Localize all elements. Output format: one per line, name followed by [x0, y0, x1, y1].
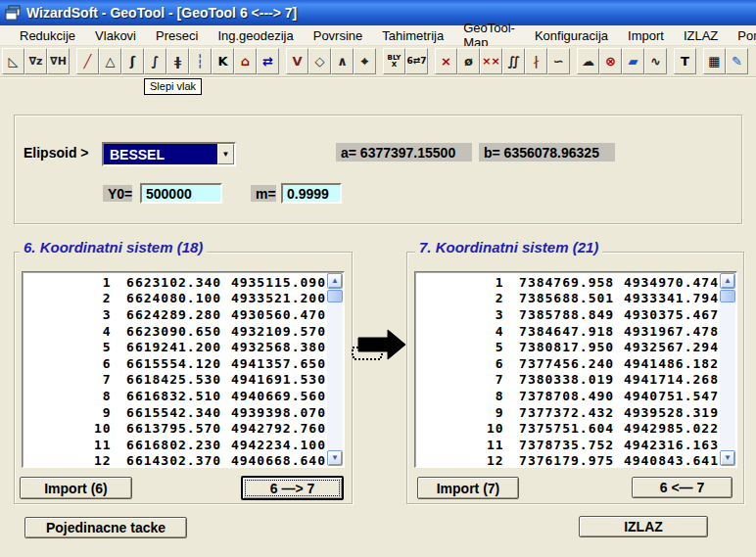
list-item[interactable]: 10 6613795.570 4942792.760	[23, 420, 326, 437]
scrollbar-up-icon[interactable]: ▲	[327, 273, 343, 289]
list-item[interactable]: 7 7380338.019 4941714.268	[415, 372, 719, 389]
transform-squares-icon[interactable]: ⇄	[257, 48, 279, 74]
zigzag-icon[interactable]: ∫	[144, 48, 166, 74]
point-y: 7378735.752	[504, 438, 615, 452]
k-box-icon[interactable]: K	[212, 48, 234, 74]
list-item[interactable]: 3 7385788.849 4930375.467	[415, 306, 719, 323]
bl-to-yx-icon[interactable]: BLYX	[383, 48, 405, 74]
no-circle-icon[interactable]: ø	[457, 48, 480, 74]
delta-h-icon[interactable]: ∇H	[47, 48, 70, 74]
list-item[interactable]: 8 6616832.510 4940669.560	[23, 388, 326, 404]
point-x: 4941691.530	[221, 372, 326, 387]
parcel-polygon-icon[interactable]: ☁	[577, 48, 599, 74]
exit-button[interactable]: IZLAZ	[579, 516, 708, 537]
ellipsoid-panel	[14, 115, 742, 224]
list-item[interactable]: 10 7375751.604 4942985.022	[415, 420, 719, 437]
point-x: 4942792.760	[221, 421, 326, 436]
double-x-icon[interactable]: ××	[480, 48, 502, 74]
menu-item[interactable]: Konfiguracija	[525, 26, 618, 45]
scrollbar-down-icon[interactable]: ▼	[720, 450, 735, 466]
scrollbar-thumb[interactable]	[720, 290, 735, 302]
import-7-button[interactable]: Import (7)	[417, 477, 519, 499]
y0-input[interactable]	[140, 183, 222, 204]
tooltip-slepi-vlak: Slepi vlak	[144, 78, 202, 95]
polygon-icon[interactable]: ⌂	[234, 48, 257, 74]
scrollbar-up-icon[interactable]: ▲	[720, 273, 735, 289]
list-item[interactable]: 6 7377456.240 4941486.182	[415, 355, 719, 372]
list-item[interactable]: 9 6615542.340 4939398.070	[23, 404, 326, 421]
combobox-dropdown-button[interactable]: ▼	[217, 144, 234, 164]
menu-item[interactable]: Pomoc	[728, 26, 756, 45]
menu-item[interactable]: Ing.geodezija	[208, 26, 303, 45]
level-line-icon[interactable]: ǂ	[166, 48, 189, 74]
traverse-line-icon[interactable]: ╱	[76, 48, 99, 74]
point-x: 4932568.380	[221, 340, 326, 354]
scrollbar-down-icon[interactable]: ▼	[327, 450, 343, 466]
list-item[interactable]: 6 6615554.120 4941357.650	[23, 355, 326, 372]
menu-item[interactable]: Povrsine	[304, 26, 373, 45]
triangle-icon[interactable]: △	[99, 48, 121, 74]
single-points-button[interactable]: Pojedinacne tacke	[24, 517, 187, 538]
list-item[interactable]: 8 7378708.490 4940751.547	[415, 388, 719, 404]
point-y: 6615554.120	[112, 356, 222, 371]
menu-item[interactable]: Import	[618, 26, 674, 45]
list-item[interactable]: 9 7377372.432 4939528.319	[415, 404, 719, 421]
menu-item[interactable]: IZLAZ	[674, 26, 728, 45]
double-s-icon[interactable]: ∬	[502, 48, 525, 74]
scrollbar-7[interactable]: ▲ ▼	[720, 273, 735, 466]
wave-icon[interactable]: ∿	[644, 48, 667, 74]
semi-minor-axis-label: b= 6356078.96325	[479, 143, 615, 162]
ellipsoid-label: Elipsoid >	[24, 145, 89, 161]
list-item[interactable]: 4 6623090.650 4932109.570	[23, 323, 326, 340]
list-item[interactable]: 2 7385688.501 4933341.794	[415, 291, 719, 307]
semi-major-axis-label: a= 6377397.15500	[336, 143, 472, 162]
transfer-6-to-7-button[interactable]: 6 —> 7	[241, 476, 344, 500]
blind-traverse-icon[interactable]: ┆	[189, 48, 212, 74]
list-item[interactable]: 5 7380817.950 4932567.294	[415, 339, 719, 355]
coord-list-6[interactable]: 1 6623102.340 4935115.090 2 6624080.100 …	[22, 271, 345, 468]
list-item[interactable]: 1 6623102.340 4935115.090	[23, 274, 326, 291]
list-item[interactable]: 5 6619241.200 4932568.380	[23, 339, 326, 355]
circle-x-icon[interactable]: ⊗	[599, 48, 622, 74]
list-item[interactable]: 3 6624289.280 4930560.470	[23, 306, 326, 323]
menu-item[interactable]: Vlakovi	[85, 26, 146, 45]
traverse-v-icon[interactable]: V	[286, 48, 308, 74]
menu-item[interactable]: Preseci	[146, 26, 208, 45]
list-item[interactable]: 1 7384769.958 4934970.474	[415, 274, 719, 291]
angle-arc-icon[interactable]: ∧	[331, 48, 354, 74]
cut-line-icon[interactable]: ∤	[525, 48, 547, 74]
ellipsoid-combobox[interactable]: BESSEL ▼	[102, 142, 236, 166]
prism-icon[interactable]: ▰	[622, 48, 644, 74]
delete-x-icon[interactable]: ×	[435, 48, 457, 74]
coord-list-7[interactable]: 1 7384769.958 4934970.474 2 7385688.501 …	[414, 271, 737, 468]
delta-z-icon[interactable]: ∇z	[24, 48, 47, 74]
list-item[interactable]: 11 7378735.752 4942316.163	[415, 437, 719, 453]
point-x: 4934970.474	[614, 275, 719, 290]
point-y: 7380338.019	[504, 372, 615, 387]
grid-icon[interactable]: ▦	[703, 48, 726, 74]
scrollbar-thumb[interactable]	[327, 290, 343, 302]
list-item[interactable]: 11 6616802.230 4942234.100	[23, 437, 326, 453]
scrollbar-6[interactable]: ▲ ▼	[327, 273, 343, 466]
zigzag-arrow-icon[interactable]: ʃ	[121, 48, 144, 74]
list-item[interactable]: 4 7384647.918 4931967.478	[415, 323, 719, 340]
transfer-7-to-6-button[interactable]: 6 <— 7	[632, 477, 732, 498]
six-seven-transform-icon[interactable]: 6⇄7	[405, 48, 428, 74]
list-item[interactable]: 7 6618425.530 4941691.530	[23, 372, 326, 389]
draw-icon[interactable]: ✎	[726, 48, 748, 74]
list-item[interactable]: 12 7376179.975 4940843.641	[415, 453, 719, 468]
angle-measure-icon[interactable]: ◺	[2, 48, 24, 74]
point-x: 4933341.794	[614, 291, 719, 305]
m-input[interactable]	[281, 183, 342, 204]
menu-item[interactable]: Tahimetrija	[372, 26, 453, 45]
import-6-button[interactable]: Import (6)	[20, 477, 132, 499]
point-y: 7375751.604	[504, 421, 615, 436]
curve-icon[interactable]: ∽	[547, 48, 570, 74]
menu-item[interactable]: Redukcije	[10, 26, 85, 45]
plumb-icon[interactable]: ⌖	[354, 48, 376, 74]
network-kite-icon[interactable]: ◇	[308, 48, 331, 74]
text-icon[interactable]: T	[674, 48, 696, 74]
list-item[interactable]: 2 6624080.100 4933521.200	[23, 291, 326, 307]
point-x: 4932567.294	[614, 340, 719, 354]
list-item[interactable]: 12 6614302.370 4940668.640	[23, 453, 326, 468]
